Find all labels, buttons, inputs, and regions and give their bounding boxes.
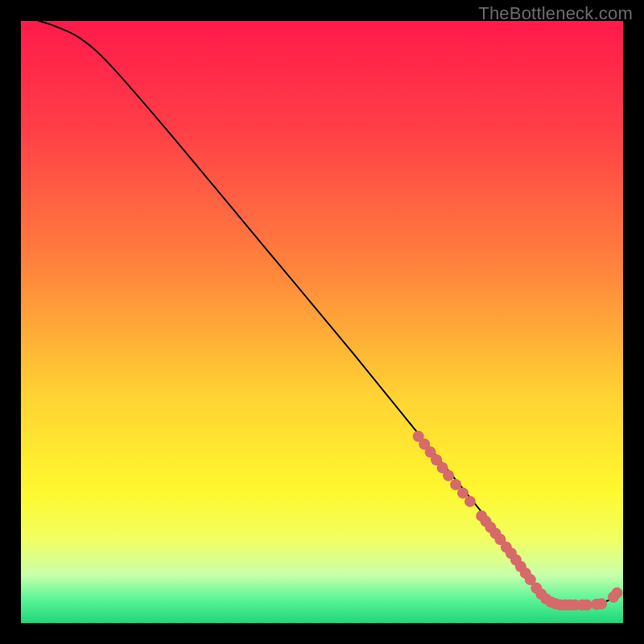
- watermark-text: TheBottleneck.com: [478, 3, 633, 24]
- overlay-dot: [443, 470, 454, 481]
- gradient-background: [21, 21, 623, 623]
- plot-area: [21, 21, 623, 623]
- overlay-dot: [596, 598, 607, 609]
- chart-frame: TheBottleneck.com: [0, 0, 644, 644]
- overlay-dot: [464, 496, 476, 507]
- chart-svg: [21, 21, 623, 623]
- overlay-dot: [581, 600, 592, 611]
- overlay-dot: [612, 588, 623, 599]
